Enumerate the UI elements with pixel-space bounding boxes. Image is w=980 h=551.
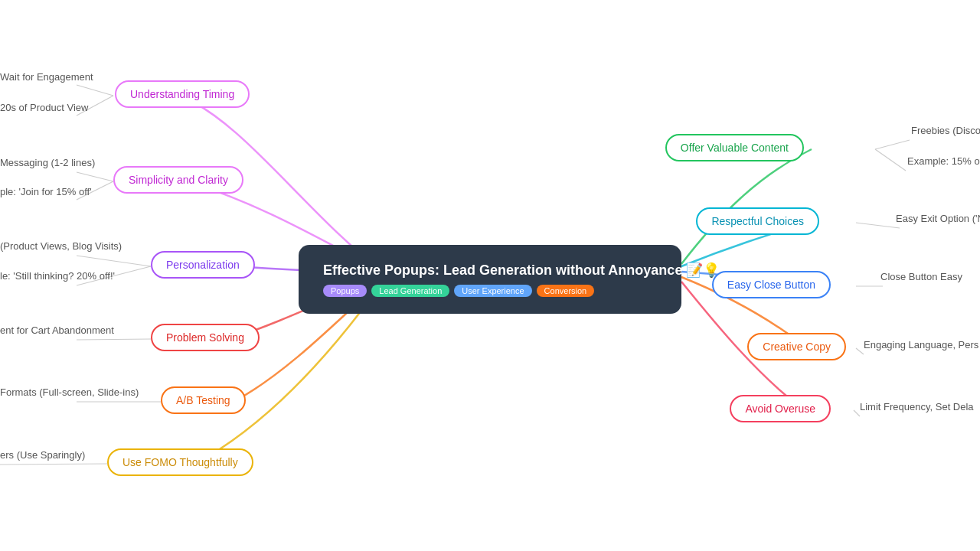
node-personalization[interactable]: Personalization [151, 251, 255, 279]
svg-line-6 [77, 339, 151, 340]
leaf-cart-abandon: ent for Cart Abandonment [0, 324, 114, 336]
node-fomo[interactable]: Use FOMO Thoughtfully [107, 448, 253, 476]
svg-line-4 [77, 256, 151, 266]
leaf-close-button-easy: Close Button Easy [880, 271, 962, 282]
leaf-wait-engagement: Wait for Engagement [0, 71, 93, 83]
center-tags: Popups Lead Generation User Experience C… [323, 285, 657, 297]
svg-line-10 [875, 149, 906, 171]
leaf-still-thinking: le: 'Still thinking? 20% off!' [0, 270, 115, 282]
node-ab-testing[interactable]: A/B Testing [161, 386, 246, 414]
svg-line-14 [854, 410, 860, 416]
node-easy-close-button[interactable]: Easy Close Button [712, 271, 831, 298]
leaf-product-visits: (Product Views, Blog Visits) [0, 240, 122, 252]
node-problem-solving[interactable]: Problem Solving [151, 324, 260, 351]
leaf-product-view: 20s of Product View [0, 102, 88, 113]
node-understanding-timing[interactable]: Understanding Timing [115, 80, 250, 108]
node-offer-valuable[interactable]: Offer Valuable Content [665, 134, 804, 161]
svg-line-0 [77, 85, 113, 96]
svg-line-8 [0, 464, 107, 465]
tag-leadgen: Lead Generation [371, 285, 449, 297]
leaf-freebies: Freebies (Discou [911, 125, 980, 136]
leaf-join: ple: 'Join for 15% off' [0, 186, 92, 197]
svg-line-11 [856, 223, 900, 228]
node-respectful-choices[interactable]: Respectful Choices [696, 207, 819, 235]
leaf-example-15: Example: 15% of [907, 155, 980, 167]
center-node[interactable]: Effective Popups: Lead Generation withou… [299, 245, 681, 314]
svg-line-2 [77, 172, 113, 181]
leaf-exit-option: Easy Exit Option ('No [896, 213, 980, 224]
svg-line-13 [856, 348, 864, 354]
leaf-timers: ers (Use Sparingly) [0, 449, 85, 461]
node-simplicity-clarity[interactable]: Simplicity and Clarity [113, 166, 243, 194]
node-avoid-overuse[interactable]: Avoid Overuse [730, 395, 831, 422]
svg-line-9 [875, 140, 910, 149]
leaf-limit-frequency: Limit Frequency, Set Dela [860, 401, 974, 412]
mindmap-canvas: Wait for Engagement 20s of Product View … [0, 0, 980, 551]
leaf-engaging-language: Engaging Language, Pers [864, 339, 978, 350]
leaf-formats: Formats (Full-screen, Slide-ins) [0, 386, 139, 398]
center-title: Effective Popups: Lead Generation withou… [323, 262, 720, 278]
node-creative-copy[interactable]: Creative Copy [747, 333, 846, 360]
tag-popups: Popups [323, 285, 367, 297]
leaf-messaging: Messaging (1-2 lines) [0, 157, 95, 168]
tag-conversion: Conversion [537, 285, 595, 297]
tag-ux: User Experience [454, 285, 531, 297]
